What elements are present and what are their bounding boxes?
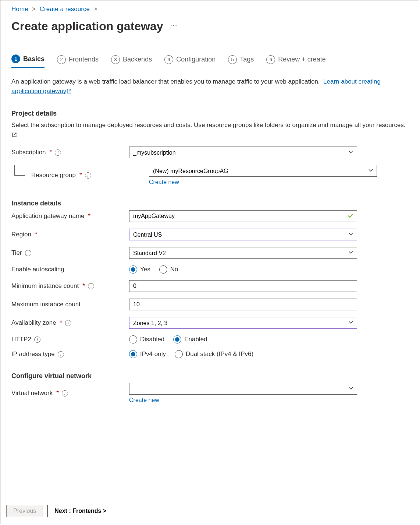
info-icon[interactable]: i	[34, 337, 40, 343]
tab-tags[interactable]: 5 Tags	[228, 55, 254, 68]
radio-label: Disabled	[140, 336, 164, 343]
section-project-details: Project details	[11, 110, 408, 117]
app-gateway-name-label: Application gateway name*	[11, 212, 129, 220]
info-icon[interactable]: i	[58, 351, 64, 357]
radio-label: Yes	[140, 266, 150, 273]
info-icon[interactable]: i	[85, 172, 91, 179]
radio-label: Dual stack (IPv4 & IPv6)	[186, 350, 253, 358]
tab-step-number: 6	[266, 55, 275, 64]
radio-label: IPv4 only	[140, 350, 166, 358]
tab-label: Basics	[23, 55, 45, 63]
radio-icon	[129, 350, 137, 358]
radio-icon	[129, 265, 137, 274]
info-icon[interactable]: i	[55, 149, 61, 156]
page-title: Create application gateway	[11, 20, 163, 33]
chevron-right-icon: >	[32, 6, 36, 13]
intro-text: An application gateway is a web traffic …	[11, 77, 408, 96]
http2-disabled-radio[interactable]: Disabled	[129, 335, 164, 343]
tier-select[interactable]: Standard V2	[129, 247, 357, 259]
tab-step-number: 4	[164, 55, 173, 64]
chevron-right-icon: >	[94, 6, 97, 13]
autoscaling-yes-radio[interactable]: Yes	[129, 265, 150, 274]
radio-icon	[159, 265, 167, 274]
info-icon[interactable]: i	[25, 250, 31, 256]
section-instance-details: Instance details	[11, 200, 408, 207]
availability-zone-select[interactable]: Zones 1, 2, 3	[129, 317, 357, 329]
wizard-tabs: 1 Basics 2 Frontends 3 Backends 4 Config…	[11, 54, 408, 68]
tree-connector-icon	[14, 165, 25, 176]
http2-label: HTTP2 i	[11, 336, 129, 343]
min-instance-label: Minimum instance count* i	[11, 282, 129, 290]
info-icon[interactable]: i	[62, 390, 68, 397]
tab-label: Configuration	[176, 56, 216, 63]
project-details-desc: Select the subscription to manage deploy…	[11, 120, 408, 139]
tab-label: Review + create	[278, 56, 326, 63]
radio-icon	[173, 335, 181, 343]
resource-group-select[interactable]: (New) myResourceGroupAG	[149, 165, 377, 177]
dual-stack-radio[interactable]: Dual stack (IPv4 & IPv6)	[175, 350, 253, 358]
create-new-rg-link[interactable]: Create new	[149, 179, 179, 185]
app-gateway-name-input[interactable]	[129, 210, 357, 222]
autoscaling-no-radio[interactable]: No	[159, 265, 178, 274]
info-icon[interactable]: i	[65, 320, 71, 326]
tab-label: Frontends	[69, 56, 99, 63]
tab-configuration[interactable]: 4 Configuration	[164, 55, 216, 68]
external-link-icon	[12, 133, 17, 137]
autoscaling-label: Enable autoscaling	[11, 266, 129, 273]
create-new-vnet-link[interactable]: Create new	[129, 397, 159, 403]
tab-frontends[interactable]: 2 Frontends	[57, 55, 99, 68]
radio-label: Enabled	[184, 336, 207, 343]
min-instance-input[interactable]	[129, 280, 357, 292]
next-button[interactable]: Next : Frontends >	[47, 505, 113, 517]
availability-zone-label: Availability zone* i	[11, 319, 129, 327]
region-select[interactable]: Central US	[129, 229, 357, 240]
resource-group-label: Resource group* i	[11, 172, 149, 179]
breadcrumb-home[interactable]: Home	[11, 6, 28, 13]
region-label: Region*	[11, 231, 129, 238]
virtual-network-label: Virtual network* i	[11, 390, 129, 397]
http2-enabled-radio[interactable]: Enabled	[173, 335, 207, 343]
intro-body: An application gateway is a web traffic …	[11, 78, 320, 85]
subscription-label: Subscription* i	[11, 149, 129, 156]
tier-label: Tier i	[11, 249, 129, 257]
tab-step-number: 2	[57, 55, 66, 64]
tab-review-create[interactable]: 6 Review + create	[266, 55, 326, 68]
tab-step-number: 5	[228, 55, 237, 64]
section-virtual-network: Configure virtual network	[11, 372, 408, 380]
checkmark-icon	[348, 213, 353, 219]
radio-icon	[175, 350, 183, 358]
breadcrumb-create-resource[interactable]: Create a resource	[40, 6, 90, 13]
tab-basics[interactable]: 1 Basics	[11, 54, 45, 68]
radio-icon	[129, 335, 137, 343]
tab-backends[interactable]: 3 Backends	[111, 55, 152, 68]
tab-label: Tags	[240, 56, 254, 63]
tab-step-number: 1	[11, 54, 20, 63]
info-icon[interactable]: i	[88, 283, 94, 289]
more-icon[interactable]: ⋯	[170, 21, 178, 30]
radio-label: No	[170, 266, 178, 273]
tab-step-number: 3	[111, 55, 120, 64]
max-instance-label: Maximum instance count	[11, 301, 129, 308]
virtual-network-select[interactable]	[129, 383, 357, 395]
subscription-select[interactable]: _mysubscription	[129, 147, 357, 158]
tab-label: Backends	[123, 56, 152, 63]
max-instance-input[interactable]	[129, 299, 357, 310]
ip-type-label: IP address type i	[11, 350, 129, 358]
breadcrumb: Home > Create a resource >	[11, 6, 408, 13]
ipv4-only-radio[interactable]: IPv4 only	[129, 350, 166, 358]
previous-button: Previous	[6, 505, 43, 517]
external-link-icon	[67, 89, 71, 94]
